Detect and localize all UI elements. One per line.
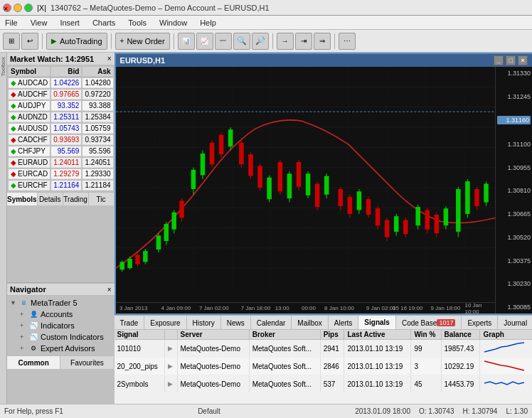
market-watch-row[interactable]: ◆AUDCHF 0.97665 0.97220	[9, 90, 113, 100]
menu-tools[interactable]: Tools	[126, 18, 149, 28]
mw-tab-tic[interactable]: Tic	[89, 193, 115, 205]
signal-row[interactable]: 101010 ▶ MetaQuotes-Demo MetaQuotes Soft…	[115, 340, 532, 358]
market-watch-row[interactable]: ◆AUDUSD 1.05743 1.05759	[9, 124, 113, 134]
svg-rect-67	[338, 189, 343, 206]
app-window: × |X| 1340762 – MetaQuotes-Demo – Demo A…	[0, 0, 532, 418]
chart-close-button[interactable]: ×	[518, 55, 528, 65]
market-watch-close[interactable]: ×	[107, 55, 112, 63]
tab-journal[interactable]: Journal	[498, 316, 532, 330]
symbol-cell: ◆AUDUSD	[9, 124, 50, 134]
chart-max-button[interactable]: □	[506, 55, 516, 65]
nav-item-indicators[interactable]: + 📉 Indicators	[7, 320, 115, 331]
market-watch-row[interactable]: ◆CHFJPY 95.569 95.596	[9, 146, 113, 156]
svg-rect-61	[305, 173, 310, 195]
nav-icon-mt5: 🖥	[18, 298, 28, 308]
price-axis: 1.31330 1.31245 1.31160 1.31100 1.30955 …	[495, 67, 532, 314]
mw-tab-details[interactable]: Details	[38, 193, 63, 205]
toolbar-separator-4	[272, 33, 273, 49]
neworder-button[interactable]: + New Order	[115, 33, 170, 50]
market-watch-row[interactable]: ◆AUDNZD 1.25311 1.25384	[9, 112, 113, 122]
toolbar-zoom-in[interactable]: 🔍	[233, 33, 250, 50]
nav-item-custom-indicators[interactable]: + 📉 Custom Indicators	[7, 331, 115, 343]
chart-min-button[interactable]: _	[494, 55, 504, 65]
market-watch-tabs: Symbols Details Trading Tic	[7, 192, 115, 205]
ask-cell: 1.24051	[83, 158, 112, 168]
signal-winpct-cell: 99	[411, 340, 441, 358]
bid-cell: 95.569	[51, 146, 81, 156]
nav-icon-indicators: 📉	[28, 321, 38, 331]
menu-file[interactable]: File	[3, 18, 20, 28]
price-9: 1.30375	[497, 257, 531, 264]
nav-tab-favourites[interactable]: Favourites	[60, 356, 114, 369]
signal-server-cell: MetaQuotes-Demo	[177, 340, 249, 358]
tab-calendar[interactable]: Calendar	[251, 316, 292, 330]
market-watch-row[interactable]: ◆EURAUD 1.24011 1.24051	[9, 158, 113, 168]
col-signal: Signal	[115, 330, 165, 340]
nav-item-experts[interactable]: + ⚙ Expert Advisors	[7, 343, 115, 354]
toolbar-right-1[interactable]: →	[277, 33, 294, 50]
toolbar-chart-icon-3[interactable]: 〰	[215, 33, 232, 50]
toolbar-right-2[interactable]: ⇥	[295, 33, 312, 50]
nav-label-accounts: Accounts	[41, 310, 73, 318]
menu-charts[interactable]: Charts	[90, 18, 117, 28]
signal-broker-cell: MetaQuotes Soft...	[249, 340, 320, 358]
bid-cell: 0.93693	[51, 135, 81, 145]
status-default: Default	[198, 407, 220, 415]
tab-alerts[interactable]: Alerts	[329, 316, 359, 330]
menu-help[interactable]: Help	[198, 18, 218, 28]
mw-tab-trading[interactable]: Trading	[63, 193, 89, 205]
nav-item-accounts[interactable]: + 👤 Accounts	[7, 309, 115, 320]
close-button[interactable]: ×	[3, 4, 11, 12]
market-watch-row[interactable]: ◆EURCHF 1.21164 1.21184	[9, 181, 113, 191]
ask-cell: 1.05759	[83, 124, 112, 134]
tab-exposure[interactable]: Exposure	[144, 316, 186, 330]
tab-signals[interactable]: Signals	[358, 316, 396, 330]
market-watch-row[interactable]: ◆EURCAD 1.29279 1.29330	[9, 169, 113, 179]
toolbar-icon-2[interactable]: ↩	[21, 33, 38, 50]
price-7: 1.30665	[497, 210, 531, 218]
toolbar-right-3[interactable]: ⇒	[314, 33, 331, 50]
tab-experts[interactable]: Experts	[462, 316, 498, 330]
toolbar: ⊞ ↩ ▶ AutoTrading + New Order 📊 📈 〰 🔍 🔎 …	[0, 30, 532, 53]
chart-area[interactable]: EURUSD,H1 _ □ ×	[115, 53, 532, 315]
toolbar-chart-icon-2[interactable]: 📈	[196, 33, 213, 50]
svg-rect-65	[324, 176, 329, 195]
toolbar-chart-icon-1[interactable]: 📊	[178, 33, 195, 50]
tab-codebase[interactable]: Code Base 1017	[396, 316, 462, 330]
time-axis: 3 Jan 2013 4 Jan 09:00 7 Jan 02:00 7 Jan…	[116, 302, 496, 314]
tab-trade[interactable]: Trade	[115, 316, 145, 330]
svg-rect-89	[443, 208, 448, 225]
menu-view[interactable]: View	[28, 18, 50, 28]
nav-tab-common[interactable]: Common	[7, 356, 60, 369]
svg-rect-35	[179, 200, 184, 218]
toolbar-icon-1[interactable]: ⊞	[3, 33, 20, 50]
signal-broker-cell: MetaQuotes Soft...	[249, 358, 320, 375]
market-watch-row[interactable]: ◆AUDCAD 1.04226 1.04280	[9, 78, 113, 88]
navigator-close[interactable]: ×	[107, 286, 112, 294]
menu-window[interactable]: Window	[157, 18, 189, 28]
minimize-button[interactable]	[14, 4, 22, 12]
bid-cell: 1.04226	[51, 78, 81, 88]
toolbar-extra-1[interactable]: ⋯	[339, 33, 356, 50]
signal-row[interactable]: 2Symbols ▶ MetaQuotes-Demo MetaQuotes So…	[115, 375, 532, 393]
svg-rect-73	[366, 199, 371, 215]
autotrading-button[interactable]: ▶ AutoTrading	[46, 33, 107, 50]
navigator-header: Navigator ×	[7, 283, 115, 296]
market-watch-row[interactable]: ◆CADCHF 0.93693 0.93734	[9, 135, 113, 145]
maximize-button[interactable]	[24, 4, 33, 12]
mw-tab-symbols[interactable]: Symbols	[7, 193, 38, 205]
market-watch-row[interactable]: ◆AUDJPY 93.352 93.388	[9, 101, 113, 111]
toolbar-zoom-out[interactable]: 🔎	[252, 33, 269, 50]
svg-rect-25	[135, 255, 140, 264]
nav-item-mt5[interactable]: ▼ 🖥 MetaTrader 5	[7, 297, 115, 309]
signal-row[interactable]: 20_200_pips ▶ MetaQuotes-Demo MetaQuotes…	[115, 358, 532, 375]
menu-bar: File View Insert Charts Tools Window Hel…	[0, 16, 532, 30]
tab-mailbox[interactable]: Mailbox	[292, 316, 328, 330]
symbol-cell: ◆EURCHF	[9, 181, 50, 191]
menu-insert[interactable]: Insert	[58, 18, 82, 28]
time-label-7: 8 Jan 10:00	[324, 305, 354, 311]
tab-news[interactable]: News	[221, 316, 251, 330]
toolbox-label[interactable]: Toolbox	[0, 54, 6, 80]
price-10: 1.30230	[497, 280, 531, 287]
tab-history[interactable]: History	[187, 316, 221, 330]
